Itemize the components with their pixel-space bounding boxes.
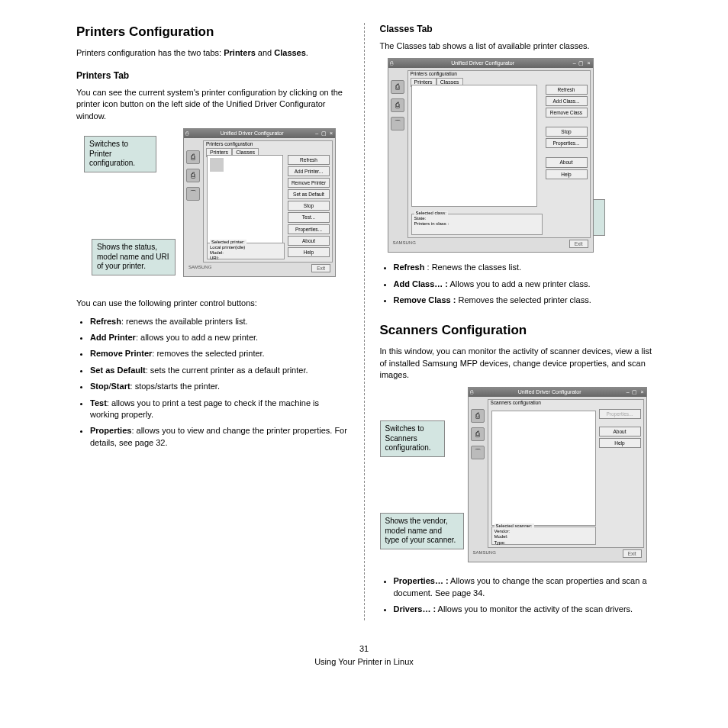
brand-logo: SAMSUNG [473,549,496,558]
btn-set-default[interactable]: Set as Default [288,189,330,199]
btn-refresh[interactable]: Refresh [288,155,330,165]
printer-icon[interactable]: ⎙ [391,80,404,94]
list-item: Properties: allows you to view and chang… [90,425,349,449]
selected-class-box: Selected class: State: Printers in class… [411,214,543,235]
btn-help[interactable]: Help [599,438,641,448]
page-footer: 31 Using Your Printer in Linux [76,643,652,668]
list-item: Set as Default: sets the current printer… [90,365,349,376]
btn-about[interactable]: About [599,427,641,436]
brand-logo: SAMSUNG [188,264,211,272]
column-divider [364,23,365,620]
classes-controls-list: Refresh : Renews the classes list. Add C… [380,262,652,306]
callout-scanner-details: Shows the vendor, model name and type of… [380,513,464,549]
classes-icon[interactable]: ⎙ [186,169,200,182]
scanner-icon[interactable]: ⌒ [186,187,200,201]
list-item: Add Class… : Allows you to add a new pri… [394,279,652,290]
heading-scanners-config: Scanners Configuration [380,321,652,340]
intro-para: Printers configuration has the two tabs:… [76,47,349,59]
window-controls[interactable]: – ▢ × [315,130,333,137]
list-item: Test: allows you to print a test page to… [90,398,349,421]
list-item: Refresh : Renews the classes list. [394,262,652,273]
btn-about[interactable]: About [288,236,330,246]
btn-properties[interactable]: Properties... [546,138,588,148]
list-item: Drivers… : Allows you to monitor the act… [394,604,652,615]
btn-stop[interactable]: Stop [288,201,330,211]
scanners-desc: In this window, you can monitor the acti… [380,346,652,381]
heading-classes-tab: Classes Tab [380,23,652,36]
printer-icon[interactable]: ⎙ [471,409,485,423]
list-item: Stop/Start: stops/starts the printer. [90,381,349,392]
btn-stop[interactable]: Stop [546,127,588,137]
classes-tab-desc: The Classes tab shows a list of availabl… [380,40,652,52]
window-controls[interactable]: – ▢ × [627,388,645,396]
btn-exit[interactable]: Exit [311,264,330,272]
list-item: Refresh: renews the available printers l… [90,316,349,327]
heading-printers-config: Printers Configuration [76,23,349,41]
appicon: ⎙ [470,388,473,396]
callout-status-model-uri: Shows the status, model name and URI of … [92,239,176,275]
printer-controls-intro: You can use the following printer contro… [76,298,349,309]
left-column: Printers Configuration Printers configur… [76,23,349,620]
figure-classes-tab: Shows all of the printer classes. Shows … [380,58,652,253]
classes-list[interactable] [411,85,537,207]
scanners-controls-list: Properties… : Allows you to change the s… [380,575,652,615]
group-label: Printers configuration [206,140,253,147]
list-item: Remove Class : Removes the selected prin… [394,295,652,306]
btn-help[interactable]: Help [546,169,588,179]
btn-refresh[interactable]: Refresh [546,85,588,95]
btn-exit[interactable]: Exit [623,549,642,558]
heading-printers-tab: Printers Tab [76,69,349,82]
title-text: Unified Driver Configurator [221,130,284,137]
scanner-icon[interactable]: ⌒ [471,446,485,459]
right-column: Classes Tab The Classes tab shows a list… [380,23,652,620]
group-label: Printers configuration [411,70,457,77]
app-window-printers: ⎙ Unified Driver Configurator – ▢ × ⎙ ⎙ … [183,128,336,277]
app-window-classes: ⎙ Unified Driver Configurator – ▢ × ⎙ ⎙ … [388,58,594,253]
btn-remove-printer[interactable]: Remove Printer [288,178,330,188]
chapter-name: Using Your Printer in Linux [76,656,652,668]
title-text: Unified Driver Configurator [451,60,514,67]
btn-test[interactable]: Test... [288,212,330,222]
figure-printers-tab: Switches to Printer configuration. Shows… [76,128,349,288]
app-window-scanners: ⎙ Unified Driver Configurator – ▢ × ⎙ ⎙ … [468,387,647,562]
titlebar: ⎙ Unified Driver Configurator – ▢ × [184,129,335,138]
titlebar: ⎙ Unified Driver Configurator – ▢ × [469,388,646,397]
brand-logo: SAMSUNG [393,240,416,248]
appicon: ⎙ [390,60,393,67]
list-item: Remove Printer: removes the selected pri… [90,348,349,359]
titlebar: ⎙ Unified Driver Configurator – ▢ × [388,59,593,68]
printer-controls-list: Refresh: renews the available printers l… [76,316,349,449]
scanner-icon[interactable]: ⌒ [391,117,404,130]
btn-properties[interactable]: Properties... [599,409,641,419]
callout-switch-to-scanners: Switches to Scanners configuration. [380,420,445,457]
group-label: Scanners configuration [491,399,542,406]
appicon: ⎙ [185,130,188,137]
btn-exit[interactable]: Exit [569,240,588,248]
printers-tab-desc: You can see the current system's printer… [76,87,349,122]
list-item: Properties… : Allows you to change the s… [394,575,652,599]
title-text: Unified Driver Configurator [518,388,581,396]
classes-icon[interactable]: ⎙ [391,98,404,112]
selected-scanner-box: Selected scanner: Vendor: Model: Type: [491,527,596,545]
window-controls[interactable]: – ▢ × [573,60,591,67]
classes-icon[interactable]: ⎙ [471,427,485,441]
figure-scanners: Switches to Scanners configuration. Show… [380,387,652,566]
btn-about[interactable]: About [546,157,588,167]
btn-properties[interactable]: Properties... [288,224,330,234]
btn-add-printer[interactable]: Add Printer... [288,166,330,176]
btn-remove-class[interactable]: Remove Class [546,108,588,118]
btn-help[interactable]: Help [288,247,330,257]
callout-switch-to-printer: Switches to Printer configuration. [84,136,156,172]
page-number: 31 [76,643,652,655]
scanners-list[interactable] [491,411,596,526]
list-item: Add Printer: allows you to add a new pri… [90,332,349,343]
printers-list[interactable] [207,155,283,246]
selected-printer-box: Selected printer: Local printer(idle) Mo… [207,243,285,259]
printer-item-icon [210,158,224,172]
printer-icon[interactable]: ⎙ [186,150,200,164]
btn-add-class[interactable]: Add Class... [546,96,588,106]
